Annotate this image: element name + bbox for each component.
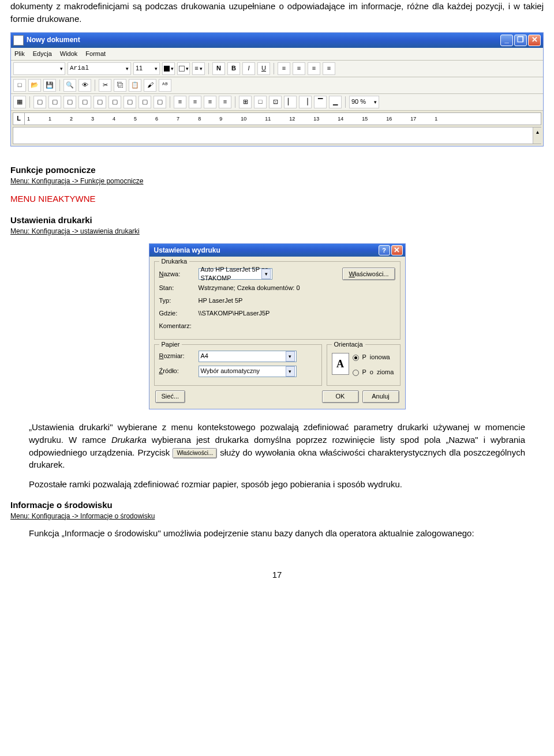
border-out[interactable]: □ [254, 96, 267, 108]
state-label: Stan: [159, 284, 199, 293]
heading-funkcje: Funkcje pomocnicze [10, 164, 544, 176]
help-button[interactable]: ? [379, 245, 390, 255]
properties-button[interactable]: Właściwości... [342, 268, 395, 280]
toolbar-1: Arial 11 ≡ N B I U ≡ ≡ ≡ ≡ [11, 61, 543, 77]
new-doc-button[interactable]: □ [13, 79, 26, 92]
t6[interactable]: ▢ [108, 96, 121, 108]
menu-widok[interactable]: Widok [60, 50, 78, 59]
border-t[interactable]: ▔ [314, 96, 327, 108]
bullet-button[interactable]: ≡ [174, 96, 186, 108]
paragraph-3: Pozostałe ramki pozwalają zdefiniować ro… [29, 478, 525, 491]
divider [235, 96, 235, 108]
numlist-button[interactable]: ≡ [189, 96, 201, 108]
border-none[interactable]: ⊡ [269, 96, 282, 108]
ruler-corner[interactable]: L [13, 113, 25, 125]
ruler: L 1 1 2 3 4 5 6 7 8 9 10 11 12 13 14 15 … [13, 112, 541, 125]
t8[interactable]: ▢ [138, 96, 151, 108]
minimize-button[interactable]: _ [500, 35, 513, 46]
t7[interactable]: ▢ [123, 96, 136, 108]
cut-button[interactable]: ✂ [99, 79, 111, 92]
indent-inc-button[interactable]: ≡ [219, 96, 231, 108]
border-b[interactable]: ▁ [329, 96, 342, 108]
style-select[interactable] [13, 62, 65, 75]
divider [345, 96, 346, 108]
t5[interactable]: ▢ [93, 96, 106, 108]
font-select[interactable]: Arial [68, 62, 131, 75]
intro-paragraph: dokumenty z makrodefinicjami są podczas … [10, 0, 544, 25]
page-number: 17 [10, 569, 544, 581]
close-button[interactable]: ✕ [391, 245, 403, 255]
print-settings-dialog: Ustawienia wydruku ? ✕ Drukarka Nazwa: A… [149, 243, 406, 409]
restore-button[interactable]: ❐ [514, 35, 527, 46]
t1[interactable]: ▢ [33, 96, 46, 108]
menu-format[interactable]: Format [85, 50, 106, 59]
font-size-select[interactable]: 11 [133, 62, 160, 75]
t2[interactable]: ▢ [48, 96, 61, 108]
app-icon: ≡ [13, 35, 24, 46]
paste-button[interactable]: 📋 [129, 79, 141, 92]
normal-button[interactable]: N [212, 62, 225, 75]
group-paper: Papier Rozmiar:A4 Źródło:Wybór automatyc… [154, 344, 322, 386]
network-button[interactable]: Sieć... [155, 390, 186, 403]
size-label: Rozmiar: [159, 352, 199, 361]
dialog-title: Ustawienia wydruku [152, 246, 377, 255]
underline-button[interactable]: U [257, 62, 270, 75]
align-left-button[interactable]: ≡ [278, 62, 290, 75]
border-all[interactable]: ⊞ [239, 96, 252, 108]
titlebar: ≡ Nowy dokument _ ❐ ✕ [11, 33, 543, 48]
indent-dec-button[interactable]: ≡ [204, 96, 216, 108]
group-paper-title: Papier [159, 340, 182, 349]
copy-button[interactable]: ⿻ [114, 79, 126, 92]
para-format[interactable]: ≡ [192, 62, 205, 75]
state-value: Wstrzymane; Czeka dokumentów: 0 [199, 284, 300, 293]
inline-properties-button[interactable]: Właściwości... [173, 448, 217, 458]
ok-button[interactable]: OK [322, 390, 359, 403]
dialog-buttons: Sieć... OK Anuluj [149, 386, 405, 409]
hilite-picker[interactable] [177, 62, 190, 75]
type-value: HP LaserJet 5P [199, 296, 243, 306]
italic-button[interactable]: I [242, 62, 255, 75]
t3[interactable]: ▢ [63, 96, 76, 108]
t9[interactable]: ▢ [154, 96, 166, 108]
divider [274, 63, 274, 74]
open-button[interactable]: 📂 [28, 79, 41, 92]
preview-button[interactable]: 👁 [78, 79, 91, 92]
window-title: Nowy dokument [27, 35, 499, 45]
group-printer-title: Drukarka [159, 257, 190, 266]
border-l[interactable]: ▏ [284, 96, 297, 108]
align-center-button[interactable]: ≡ [293, 62, 305, 75]
t4[interactable]: ▢ [78, 96, 91, 108]
group-orientation: Orientacja A Pionowa Pozioma [327, 344, 400, 386]
cancel-button[interactable]: Anuluj [362, 390, 399, 403]
menu-plik[interactable]: Plik [14, 50, 25, 59]
where-label: Gdzie: [159, 309, 199, 318]
paper-source-select[interactable]: Wybór automatyczny [199, 366, 297, 377]
radio-landscape[interactable] [353, 370, 359, 376]
source-label: Źródło: [159, 367, 199, 376]
table-button[interactable]: ▦ [13, 96, 26, 108]
align-right-button[interactable]: ≡ [308, 62, 320, 75]
search-button[interactable]: 🔍 [63, 79, 76, 92]
editor-window: ≡ Nowy dokument _ ❐ ✕ Plik Edycja Widok … [10, 32, 544, 147]
brush-button[interactable]: 🖌 [144, 79, 156, 92]
fontcolor-picker[interactable] [162, 62, 175, 75]
vertical-scrollbar[interactable] [533, 127, 542, 144]
comment-label: Komentarz: [159, 322, 199, 331]
paper-size-select[interactable]: A4 [199, 351, 297, 362]
orientation-preview-icon: A [332, 353, 349, 375]
printer-name-select[interactable]: Auto HP LaserJet 5P na STAKOMP [199, 268, 273, 280]
toolbar-2: □ 📂 💾 🔍 👁 ✂ ⿻ 📋 🖌 ᴬᴮ [11, 77, 543, 94]
close-button[interactable]: ✕ [528, 35, 541, 46]
save-button[interactable]: 💾 [43, 79, 56, 92]
align-justify-button[interactable]: ≡ [323, 62, 335, 75]
zoom-select[interactable]: 90 % [349, 96, 379, 108]
toolbar-3: ▦ ▢ ▢ ▢ ▢ ▢ ▢ ▢ ▢ ▢ ≡ ≡ ≡ ≡ ⊞ □ ⊡ ▏ ▕ ▔ … [11, 94, 543, 111]
divider [95, 80, 95, 91]
spell-button[interactable]: ᴬᴮ [159, 79, 171, 92]
menu-edycja[interactable]: Edycja [33, 50, 52, 59]
bold-button[interactable]: B [227, 62, 240, 75]
document-canvas[interactable] [13, 127, 541, 144]
radio-portrait[interactable] [353, 355, 359, 361]
ruler-ticks: 1 1 2 3 4 5 6 7 8 9 10 11 12 13 14 15 16… [25, 115, 541, 123]
border-r[interactable]: ▕ [299, 96, 312, 108]
